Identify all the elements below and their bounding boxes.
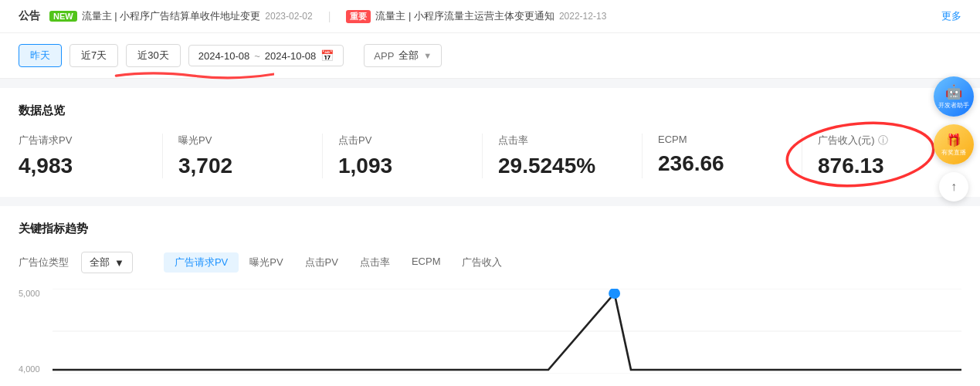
tab-impression-pv[interactable]: 曝光PV	[239, 252, 293, 273]
metric-ecpm: ECPM 236.66	[643, 134, 802, 178]
data-overview-title: 数据总览	[19, 103, 961, 118]
metric-tabs: 广告请求PV 曝光PV 点击PV 点击率 ECPM 广告收入	[164, 252, 514, 273]
metric-value-1: 3,702	[178, 154, 307, 178]
app-selector[interactable]: APP 全部 ▼	[364, 44, 442, 67]
tab-revenue[interactable]: 广告收入	[451, 252, 513, 273]
data-overview-section: 数据总览 广告请求PV 4,983 曝光PV 3,702 点击PV	[0, 88, 980, 197]
announcement-label: 公告	[19, 9, 40, 23]
gift-btn[interactable]: 🎁 有奖直播	[934, 124, 974, 164]
trend-section: 关键指标趋势 广告位类型 全部 ▼ 广告请求PV 曝光PV 点击PV	[0, 206, 980, 386]
tab-ecpm[interactable]: ECPM	[401, 252, 452, 273]
30days-btn[interactable]: 近30天	[126, 44, 180, 67]
announce-divider: |	[328, 10, 331, 22]
trend-ad-type-dropdown[interactable]: 全部 ▼	[81, 252, 133, 273]
filter-bar: 昨天 近7天 近30天 2024-10-08 ~ 2024-10-08 📅 AP…	[0, 33, 980, 79]
date-end: 2024-10-08	[265, 50, 317, 62]
red-underline-decoration	[112, 69, 274, 80]
app-selector-label: APP	[374, 50, 394, 62]
metric-label-2: 点击PV	[338, 134, 466, 147]
metric-ad-request-pv: 广告请求PV 4,983	[19, 134, 163, 178]
metric-value-5: 876.13	[818, 154, 946, 178]
date-range-picker[interactable]: 2024-10-08 ~ 2024-10-08 📅	[188, 45, 344, 66]
metric-value-3: 29.5245%	[498, 154, 626, 178]
trend-ad-type-label: 广告位类型	[19, 256, 69, 269]
metric-label-3: 点击率	[498, 134, 626, 147]
metric-label-0: 广告请求PV	[19, 134, 147, 147]
metric-ctr: 点击率 29.5245%	[483, 134, 643, 178]
scroll-top-btn[interactable]: ↑	[939, 172, 968, 201]
tab-ad-request-pv[interactable]: 广告请求PV	[164, 252, 239, 273]
calendar-icon: 📅	[320, 49, 334, 62]
chart-y-label-top: 5,000	[19, 289, 53, 298]
scroll-top-icon: ↑	[951, 180, 957, 194]
info-icon[interactable]: ⓘ	[878, 134, 888, 147]
metric-value-0: 4,983	[19, 154, 147, 178]
floating-buttons: 🤖 开发者助手 🎁 有奖直播 ↑	[934, 76, 974, 201]
announcement-text-1: 流量主 | 小程序广告结算单收件地址变更	[82, 9, 261, 23]
metric-value-4: 236.66	[658, 151, 786, 176]
dev-assistant-btn[interactable]: 🤖 开发者助手	[934, 76, 974, 117]
metric-impression-pv: 曝光PV 3,702	[163, 134, 323, 178]
announcement-date-2: 2022-12-13	[559, 11, 606, 22]
metric-value-2: 1,093	[338, 154, 466, 178]
badge-new: NEW	[49, 11, 77, 22]
announcement-bar: 公告 NEW 流量主 | 小程序广告结算单收件地址变更 2023-02-02 |…	[0, 0, 980, 33]
page-wrapper: 公告 NEW 流量主 | 小程序广告结算单收件地址变更 2023-02-02 |…	[0, 0, 980, 386]
trend-dropdown-arrow: ▼	[114, 257, 124, 269]
metrics-row: 广告请求PV 4,983 曝光PV 3,702 点击PV 1,093	[19, 134, 961, 178]
yesterday-btn[interactable]: 昨天	[19, 44, 62, 67]
tab-click-pv[interactable]: 点击PV	[294, 252, 349, 273]
announcement-item-1: NEW 流量主 | 小程序广告结算单收件地址变更 2023-02-02	[49, 9, 313, 23]
dev-icon: 🤖	[945, 83, 962, 100]
chart-y-label-bottom: 4,000	[19, 364, 53, 374]
badge-important: 重要	[346, 10, 371, 23]
trend-chart-svg	[53, 289, 961, 374]
announcement-date-1: 2023-02-02	[265, 11, 312, 22]
date-separator: ~	[254, 50, 260, 62]
gift-icon: 🎁	[946, 133, 961, 147]
trend-ad-type-value: 全部	[90, 256, 110, 269]
main-content: 数据总览 广告请求PV 4,983 曝光PV 3,702 点击PV	[0, 88, 980, 386]
gift-btn-label: 有奖直播	[941, 149, 966, 157]
chevron-down-icon: ▼	[423, 51, 432, 60]
7days-btn[interactable]: 近7天	[70, 44, 118, 67]
announcement-item-2: 重要 流量主 | 小程序流量主运营主体变更通知 2022-12-13	[346, 9, 606, 23]
dev-btn-label: 开发者助手	[938, 102, 969, 110]
chart-area: 5,000 4,000	[19, 289, 961, 374]
more-link[interactable]: 更多	[941, 9, 961, 23]
metric-click-pv: 点击PV 1,093	[323, 134, 483, 178]
metric-label-4: ECPM	[658, 134, 786, 145]
announcement-text-2: 流量主 | 小程序流量主运营主体变更通知	[375, 9, 554, 23]
app-selector-value: 全部	[398, 49, 419, 63]
trend-title: 关键指标趋势	[19, 222, 961, 236]
metric-label-1: 曝光PV	[178, 134, 307, 147]
date-start: 2024-10-08	[198, 50, 250, 62]
trend-controls: 广告位类型 全部 ▼ 广告请求PV 曝光PV 点击PV	[19, 252, 961, 273]
tab-ctr[interactable]: 点击率	[349, 252, 401, 273]
metric-label-5: 广告收入(元) ⓘ	[818, 134, 946, 147]
